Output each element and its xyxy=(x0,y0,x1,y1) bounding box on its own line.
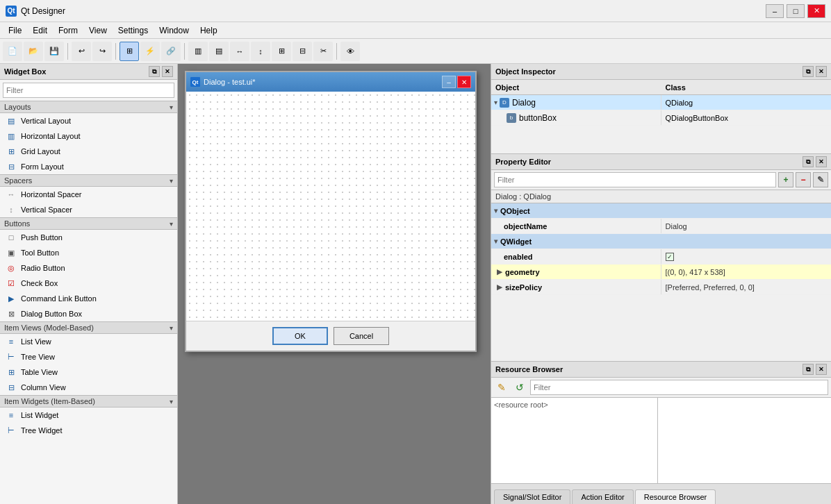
section-item-widgets[interactable]: Item Widgets (Item-Based) ▾ xyxy=(0,395,177,408)
prop-value-objectname[interactable]: Dialog xyxy=(661,219,832,233)
widget-dialog-button-box[interactable]: ⊠ Dialog Button Box xyxy=(0,306,177,321)
toolbar-widget-edit[interactable]: ⊞ xyxy=(120,42,139,61)
widget-check-box[interactable]: ☑ Check Box xyxy=(0,276,177,291)
widget-box-float[interactable]: ⧉ xyxy=(149,66,160,77)
prop-row-geometry[interactable]: ▶ geometry [(0, 0), 417 x 538] xyxy=(491,264,831,280)
inspector-dialog-class: QDialog xyxy=(666,99,693,107)
widget-tree-view[interactable]: ⊢ Tree View xyxy=(0,349,177,364)
property-editor-header: Property Editor ⧉ ✕ xyxy=(491,154,831,170)
toolbar-undo[interactable]: ↩ xyxy=(72,42,91,61)
section-spacers[interactable]: Spacers ▾ xyxy=(0,174,177,187)
enabled-checkbox[interactable]: ✓ xyxy=(666,253,674,261)
widget-horizontal-layout[interactable]: ▥ Horizontal Layout xyxy=(0,128,177,144)
toolbar-layout-hsp[interactable]: ↔ xyxy=(230,42,249,61)
widget-column-view[interactable]: ⊟ Column View xyxy=(0,380,177,395)
h-spacer-label: Horizontal Spacer xyxy=(21,190,81,199)
widget-h-spacer[interactable]: ↔ Horizontal Spacer xyxy=(0,187,177,202)
sizepolicy-expand-arrow[interactable]: ▶ xyxy=(497,283,502,291)
inspector-row-dialog[interactable]: ▾ D Dialog QDialog xyxy=(491,95,831,110)
toolbar-preview[interactable]: 👁 xyxy=(340,42,360,61)
widget-table-view[interactable]: ⊞ Table View xyxy=(0,364,177,380)
toolbar-redo[interactable]: ↪ xyxy=(92,42,112,61)
tab-resource-browser[interactable]: Resource Browser xyxy=(635,489,716,504)
dialog-button-box-label: Dialog Button Box xyxy=(21,310,82,318)
prop-section-qobject[interactable]: ▾ QObject xyxy=(491,203,831,219)
menu-window[interactable]: Window xyxy=(154,24,195,37)
prop-value-sizepolicy[interactable]: [Preferred, Preferred, 0, 0] xyxy=(661,280,832,294)
toolbar-save[interactable]: 💾 xyxy=(44,42,64,61)
toolbar-open[interactable]: 📂 xyxy=(24,42,43,61)
minimize-button[interactable]: – xyxy=(766,4,784,18)
dialog-close-btn[interactable]: ✕ xyxy=(457,76,471,88)
resource-browser-float[interactable]: ⧉ xyxy=(803,364,814,375)
toolbar-layout-v[interactable]: ▤ xyxy=(209,42,229,61)
canvas-area[interactable]: Qt Dialog - test.ui* – ✕ OK Cancel xyxy=(178,64,491,504)
inspector-row-buttonbox[interactable]: b buttonBox QDialogButtonBox xyxy=(491,110,831,126)
toolbar-buddy[interactable]: 🔗 xyxy=(161,42,181,61)
resource-pencil-btn[interactable]: ✎ xyxy=(494,380,509,395)
prop-row-sizepolicy[interactable]: ▶ sizePolicy [Preferred, Preferred, 0, 0… xyxy=(491,280,831,295)
menu-settings[interactable]: Settings xyxy=(113,24,154,37)
widget-tool-button[interactable]: ▣ Tool Button xyxy=(0,245,177,260)
toolbar-new[interactable]: 📄 xyxy=(3,42,22,61)
toolbar-layout-form[interactable]: ⊟ xyxy=(293,42,312,61)
command-link-label: Command Link Button xyxy=(21,294,97,303)
property-editor-close[interactable]: ✕ xyxy=(816,156,827,167)
dialog-tree-arrow[interactable]: ▾ xyxy=(494,99,497,106)
property-table: ▾ QObject objectName Dialog ▾ QWidget xyxy=(491,203,831,361)
property-editor-float[interactable]: ⧉ xyxy=(803,156,814,167)
object-inspector-close[interactable]: ✕ xyxy=(816,66,827,77)
prop-value-geometry[interactable]: [(0, 0), 417 x 538] xyxy=(661,264,832,279)
section-layouts[interactable]: Layouts ▾ xyxy=(0,101,177,113)
prop-section-qwidget[interactable]: ▾ QWidget xyxy=(491,234,831,249)
tab-action-editor[interactable]: Action Editor xyxy=(572,489,633,504)
widget-tree-widget[interactable]: ⊢ Tree Widget xyxy=(0,423,177,438)
widget-radio-button[interactable]: ◎ Radio Button xyxy=(0,260,177,276)
widget-v-spacer[interactable]: ↕ Vertical Spacer xyxy=(0,202,177,217)
widget-box-controls: ⧉ ✕ xyxy=(149,66,173,77)
dialog-ok-button[interactable]: OK xyxy=(272,327,328,345)
geometry-expand-arrow[interactable]: ▶ xyxy=(497,268,502,276)
resource-browser-close[interactable]: ✕ xyxy=(816,364,827,375)
widget-grid-layout[interactable]: ⊞ Grid Layout xyxy=(0,144,177,159)
close-button[interactable]: ✕ xyxy=(807,4,825,18)
widget-box-filter[interactable] xyxy=(3,83,174,98)
menu-edit[interactable]: Edit xyxy=(27,24,53,37)
prop-row-objectname[interactable]: objectName Dialog xyxy=(491,219,831,234)
toolbar-layout-vsp[interactable]: ↕ xyxy=(251,42,270,61)
widget-vertical-layout[interactable]: ▤ Vertical Layout xyxy=(0,113,177,128)
object-inspector-float[interactable]: ⧉ xyxy=(803,66,814,77)
widget-list-widget[interactable]: ≡ List Widget xyxy=(0,408,177,423)
widget-box-close[interactable]: ✕ xyxy=(162,66,173,77)
menu-view[interactable]: View xyxy=(83,24,113,37)
tab-signal-slot[interactable]: Signal/Slot Editor xyxy=(494,489,570,504)
toolbar-layout-h[interactable]: ▥ xyxy=(188,42,208,61)
vertical-layout-label: Vertical Layout xyxy=(21,117,71,125)
property-filter-input[interactable] xyxy=(494,172,776,187)
resource-refresh-btn[interactable]: ↺ xyxy=(512,380,527,395)
object-inspector-header: Object Inspector ⧉ ✕ xyxy=(491,64,831,80)
widget-form-layout[interactable]: ⊟ Form Layout xyxy=(0,159,177,174)
resource-preview xyxy=(658,398,831,483)
widget-command-link[interactable]: ▶ Command Link Button xyxy=(0,291,177,306)
property-edit-btn[interactable]: ✎ xyxy=(813,172,828,187)
toolbar-signal[interactable]: ⚡ xyxy=(140,42,160,61)
section-item-views[interactable]: Item Views (Model-Based) ▾ xyxy=(0,321,177,334)
prop-row-enabled[interactable]: enabled ✓ xyxy=(491,249,831,264)
dialog-body[interactable] xyxy=(186,92,475,321)
toolbar-break[interactable]: ✂ xyxy=(313,42,333,61)
property-remove-btn[interactable]: − xyxy=(796,172,811,187)
object-inspector-panel: Object Inspector ⧉ ✕ Object Class ▾ D Di… xyxy=(491,64,831,154)
dialog-minimize-btn[interactable]: – xyxy=(442,76,456,88)
dialog-cancel-button[interactable]: Cancel xyxy=(334,327,389,345)
widget-push-button[interactable]: □ Push Button xyxy=(0,230,177,245)
toolbar-layout-grid[interactable]: ⊞ xyxy=(272,42,291,61)
resource-filter-input[interactable] xyxy=(530,380,828,395)
widget-list-view[interactable]: ≡ List View xyxy=(0,334,177,349)
section-buttons[interactable]: Buttons ▾ xyxy=(0,217,177,230)
property-add-btn[interactable]: + xyxy=(778,172,793,187)
maximize-button[interactable]: □ xyxy=(787,4,805,18)
menu-help[interactable]: Help xyxy=(195,24,223,37)
menu-file[interactable]: File xyxy=(3,24,27,37)
menu-form[interactable]: Form xyxy=(53,24,83,37)
